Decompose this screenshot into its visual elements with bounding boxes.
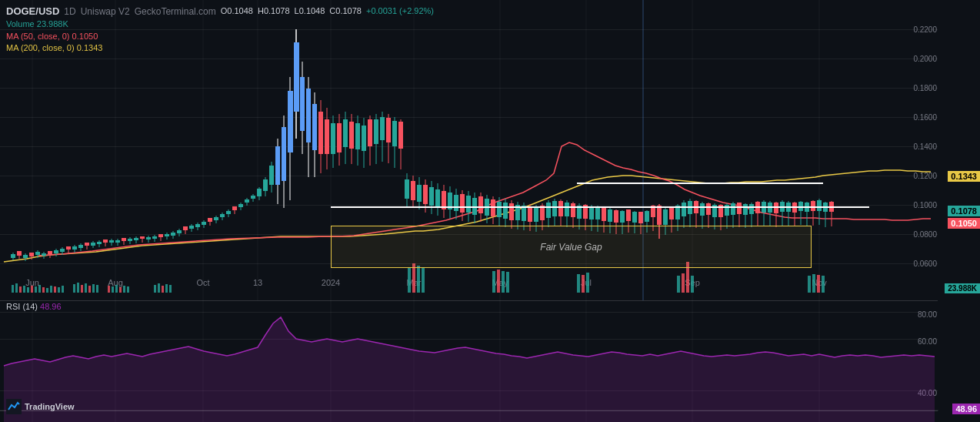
- svg-rect-50: [162, 286, 164, 293]
- svg-rect-241: [528, 206, 532, 222]
- svg-rect-21: [12, 285, 14, 293]
- svg-rect-201: [405, 179, 409, 199]
- svg-rect-115: [140, 236, 145, 239]
- svg-rect-207: [423, 185, 428, 204]
- svg-rect-287: [669, 207, 674, 219]
- close-price-label: 0.1078: [948, 206, 980, 216]
- svg-rect-95: [78, 245, 83, 248]
- svg-rect-53: [408, 268, 411, 293]
- svg-rect-62: [582, 275, 585, 293]
- rsi-price-label: 48.96: [952, 404, 980, 414]
- svg-rect-277: [638, 212, 643, 223]
- svg-rect-45: [119, 287, 122, 293]
- svg-rect-29: [42, 287, 45, 293]
- price-change: +0.0031 (+2.92%): [366, 5, 434, 17]
- svg-rect-109: [122, 238, 126, 241]
- svg-rect-169: [306, 89, 311, 142]
- svg-rect-93: [72, 246, 77, 250]
- svg-rect-28: [38, 285, 41, 293]
- svg-rect-231: [497, 202, 502, 217]
- svg-rect-131: [189, 226, 194, 229]
- svg-rect-185: [355, 123, 360, 149]
- svg-rect-175: [325, 119, 329, 154]
- svg-rect-217: [454, 195, 458, 211]
- chart-container: DOGE/USD 1D Uniswap V2 GeckoTerminal.com…: [0, 0, 980, 422]
- svg-rect-44: [115, 285, 118, 293]
- svg-rect-46: [123, 286, 125, 293]
- svg-rect-40: [92, 284, 95, 293]
- svg-rect-99: [91, 243, 95, 246]
- svg-rect-255: [571, 203, 575, 217]
- ma200-line: MA (200, close, 0) 0.1343: [6, 42, 434, 54]
- svg-rect-107: [115, 240, 120, 243]
- svg-rect-85: [48, 251, 52, 254]
- ohlc-low: L0.1048: [295, 5, 325, 17]
- svg-rect-129: [183, 226, 188, 230]
- svg-rect-139: [214, 217, 218, 220]
- timeframe: 1D: [64, 5, 75, 18]
- symbol: DOGE/USD: [6, 5, 59, 18]
- svg-rect-249: [552, 201, 557, 216]
- rsi-value: 48.96: [40, 302, 62, 311]
- svg-rect-147: [238, 204, 243, 207]
- svg-rect-103: [103, 239, 108, 243]
- tradingview-logo: TradingView: [6, 399, 75, 414]
- svg-rect-253: [565, 203, 569, 216]
- svg-rect-271: [620, 211, 625, 223]
- svg-rect-163: [288, 91, 293, 152]
- title-line: DOGE/USD 1D Uniswap V2 GeckoTerminal.com…: [6, 5, 434, 18]
- svg-rect-145: [232, 206, 237, 210]
- svg-rect-81: [35, 252, 40, 255]
- svg-rect-24: [23, 286, 25, 293]
- svg-rect-181: [343, 119, 348, 147]
- ma200-price-label: 0.1343: [948, 171, 980, 182]
- svg-rect-137: [208, 218, 212, 222]
- svg-rect-113: [134, 238, 138, 240]
- svg-rect-60: [506, 272, 509, 293]
- rsi-label: RSI (14) 48.96: [6, 302, 62, 311]
- svg-rect-267: [608, 209, 612, 222]
- ohlc-close: C0.1078: [329, 5, 362, 17]
- svg-rect-37: [81, 285, 83, 293]
- svg-rect-285: [663, 209, 668, 225]
- svg-rect-149: [245, 199, 249, 203]
- svg-rect-35: [73, 284, 75, 293]
- svg-rect-151: [251, 196, 255, 199]
- svg-rect-203: [411, 181, 415, 200]
- svg-rect-225: [478, 196, 483, 213]
- fair-value-gap: Fair Value Gap: [331, 226, 812, 268]
- svg-rect-141: [220, 214, 225, 217]
- svg-rect-23: [19, 286, 22, 293]
- svg-rect-27: [35, 286, 37, 293]
- svg-rect-57: [492, 271, 495, 293]
- svg-rect-111: [128, 239, 132, 241]
- svg-rect-121: [158, 234, 163, 237]
- svg-rect-69: [812, 274, 815, 293]
- svg-rect-157: [269, 166, 274, 185]
- ma50-line: MA (50, close, 0) 0.1050: [6, 31, 434, 42]
- svg-rect-193: [380, 117, 385, 140]
- svg-rect-59: [502, 271, 505, 293]
- svg-rect-159: [275, 146, 280, 185]
- header: DOGE/USD 1D Uniswap V2 GeckoTerminal.com…: [6, 5, 434, 54]
- svg-rect-307: [731, 203, 735, 215]
- svg-rect-297: [700, 203, 705, 216]
- svg-rect-269: [614, 210, 618, 223]
- svg-rect-22: [15, 283, 18, 293]
- svg-rect-313: [749, 204, 754, 214]
- svg-rect-167: [300, 77, 305, 131]
- ohlc-open: O0.1048: [221, 5, 253, 17]
- svg-rect-87: [54, 250, 58, 253]
- svg-rect-133: [195, 224, 200, 227]
- ohlc-high: H0.1078: [258, 5, 290, 17]
- svg-rect-36: [77, 283, 79, 293]
- svg-rect-123: [165, 234, 169, 236]
- svg-rect-135: [202, 222, 206, 225]
- svg-rect-32: [54, 286, 56, 293]
- svg-rect-65: [682, 273, 685, 293]
- svg-rect-77: [23, 255, 28, 258]
- svg-rect-229: [491, 199, 495, 216]
- svg-rect-143: [226, 211, 231, 214]
- svg-rect-335: [817, 200, 822, 211]
- svg-rect-197: [392, 121, 397, 146]
